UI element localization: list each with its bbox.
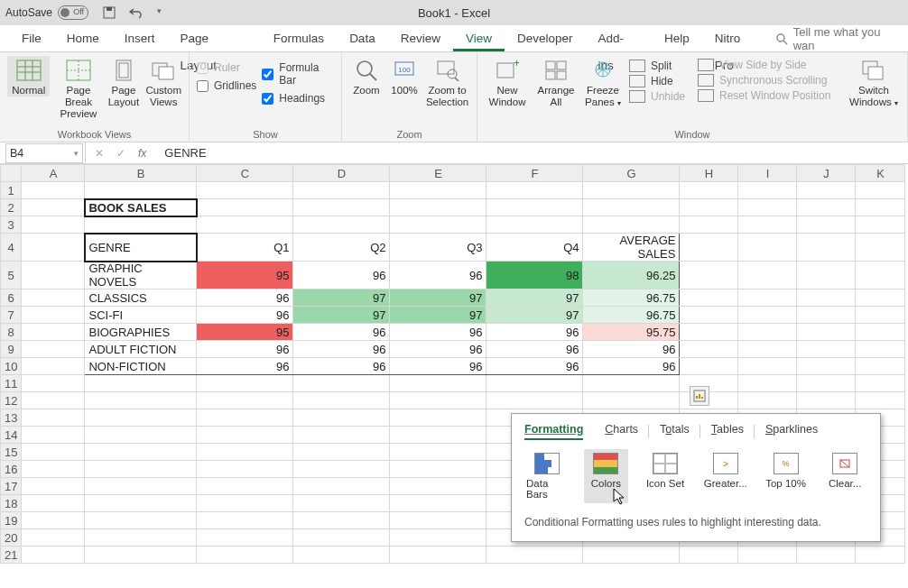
cell-F8[interactable]: 96 [486, 324, 583, 341]
cell-H6[interactable] [680, 289, 738, 307]
row-header-13[interactable]: 13 [1, 409, 22, 427]
cell-C12[interactable] [197, 392, 293, 409]
cell-G5[interactable]: 96.25 [583, 262, 680, 289]
cell-A17[interactable] [22, 478, 85, 495]
cell-C19[interactable] [197, 512, 293, 529]
row-header-8[interactable]: 8 [1, 324, 22, 341]
col-header-C[interactable]: C [197, 165, 293, 182]
custom-views-button[interactable]: Custom Views [145, 56, 181, 108]
cell-D9[interactable]: 96 [293, 341, 390, 358]
cell-E8[interactable]: 96 [390, 324, 486, 341]
cell-D12[interactable] [293, 392, 390, 409]
qa-icon-set[interactable]: Icon Set [643, 449, 688, 503]
worksheet[interactable]: ABCDEFGHIJK12BOOK SALES34GENREQ1Q2Q3Q4AV… [0, 164, 908, 564]
cell-I1[interactable] [738, 182, 797, 199]
cell-G1[interactable] [583, 182, 680, 199]
cell-J5[interactable] [797, 262, 856, 289]
cell-G3[interactable] [583, 216, 680, 234]
cell-C2[interactable] [197, 199, 293, 216]
row-header-20[interactable]: 20 [1, 529, 22, 547]
row-header-1[interactable]: 1 [1, 182, 22, 199]
formula-bar-checkbox[interactable]: Formula Bar [262, 61, 334, 87]
cell-G4[interactable]: AVERAGE SALES [583, 234, 680, 262]
cell-E10[interactable]: 96 [390, 358, 486, 375]
cell-E4[interactable]: Q3 [390, 234, 486, 262]
cell-K9[interactable] [856, 341, 905, 358]
cell-H4[interactable] [680, 234, 738, 262]
cell-I11[interactable] [738, 375, 797, 392]
cell-H7[interactable] [680, 307, 738, 324]
cell-C7[interactable]: 96 [197, 307, 293, 324]
cell-C15[interactable] [197, 444, 293, 461]
cell-B7[interactable]: SCI-FI [85, 307, 197, 324]
cell-J3[interactable] [797, 216, 856, 234]
cell-F10[interactable]: 96 [486, 358, 583, 375]
cell-I12[interactable] [738, 392, 797, 409]
cell-A4[interactable] [22, 234, 85, 262]
row-header-10[interactable]: 10 [1, 358, 22, 375]
cell-B13[interactable] [85, 409, 197, 427]
cell-E17[interactable] [390, 478, 486, 495]
cell-G11[interactable] [583, 375, 680, 392]
reset-window-button[interactable]: Reset Window Position [698, 89, 842, 102]
cell-C5[interactable]: 95 [197, 262, 293, 289]
row-header-12[interactable]: 12 [1, 392, 22, 409]
cell-J10[interactable] [797, 358, 856, 375]
cell-A19[interactable] [22, 512, 85, 529]
formula-input[interactable]: GENRE [155, 146, 908, 160]
cell-B5[interactable]: GRAPHIC NOVELS [85, 262, 197, 289]
tab-nitro[interactable]: Nitro Pro [702, 25, 775, 51]
cell-A9[interactable] [22, 341, 85, 358]
cell-J2[interactable] [797, 199, 856, 216]
tab-insert[interactable]: Insert [112, 25, 168, 51]
cell-E9[interactable]: 96 [390, 341, 486, 358]
cell-H8[interactable] [680, 324, 738, 341]
cell-A8[interactable] [22, 324, 85, 341]
col-header-K[interactable]: K [856, 165, 905, 182]
cell-A21[interactable] [22, 547, 85, 564]
cell-B15[interactable] [85, 444, 197, 461]
cell-E15[interactable] [390, 444, 486, 461]
zoom-100-button[interactable]: 100 100% [389, 56, 420, 96]
col-header-B[interactable]: B [85, 165, 197, 182]
cell-B9[interactable]: ADULT FICTION [85, 341, 197, 358]
cell-D3[interactable] [293, 216, 390, 234]
cell-B17[interactable] [85, 478, 197, 495]
cell-A7[interactable] [22, 307, 85, 324]
cell-A12[interactable] [22, 392, 85, 409]
cell-C18[interactable] [197, 495, 293, 512]
page-layout-button[interactable]: Page Layout [107, 56, 140, 108]
cell-H2[interactable] [680, 199, 738, 216]
cell-C8[interactable]: 95 [197, 324, 293, 341]
cell-F12[interactable] [486, 392, 583, 409]
page-break-preview-button[interactable]: Page Break Preview [55, 56, 101, 121]
cell-C14[interactable] [197, 427, 293, 444]
qa-top-10[interactable]: % Top 10% [764, 449, 809, 503]
cell-J7[interactable] [797, 307, 856, 324]
cell-B1[interactable] [85, 182, 197, 199]
row-header-2[interactable]: 2 [1, 199, 22, 216]
cell-D8[interactable]: 96 [293, 324, 390, 341]
row-header-21[interactable]: 21 [1, 547, 22, 564]
row-header-15[interactable]: 15 [1, 444, 22, 461]
cell-I7[interactable] [738, 307, 797, 324]
cell-E18[interactable] [390, 495, 486, 512]
cell-E11[interactable] [390, 375, 486, 392]
cell-K11[interactable] [856, 375, 905, 392]
cell-I9[interactable] [738, 341, 797, 358]
accept-formula-icon[interactable]: ✓ [116, 147, 125, 160]
cell-F2[interactable] [486, 199, 583, 216]
cell-G2[interactable] [583, 199, 680, 216]
cell-F21[interactable] [486, 547, 583, 564]
cell-F7[interactable]: 97 [486, 307, 583, 324]
cell-D7[interactable]: 97 [293, 307, 390, 324]
cell-E20[interactable] [390, 529, 486, 547]
cell-G10[interactable]: 96 [583, 358, 680, 375]
cell-K2[interactable] [856, 199, 905, 216]
cell-E6[interactable]: 97 [390, 289, 486, 307]
cell-J8[interactable] [797, 324, 856, 341]
cell-K10[interactable] [856, 358, 905, 375]
tab-addins[interactable]: Add-ins [586, 25, 652, 51]
cell-E1[interactable] [390, 182, 486, 199]
quick-analysis-handle[interactable] [690, 386, 709, 406]
